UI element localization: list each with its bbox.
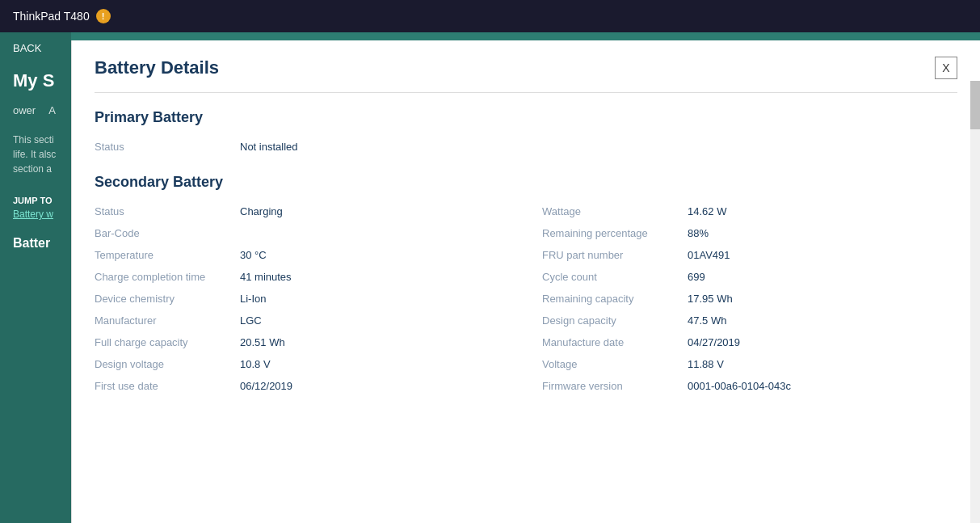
left-value-4: Li-Ion	[240, 293, 267, 305]
battery-link[interactable]: Battery w	[13, 209, 58, 220]
secondary-battery-heading: Secondary Battery	[95, 174, 957, 191]
right-value-1: 88%	[688, 227, 709, 239]
left-detail-row: Manufacturer LGC	[95, 310, 510, 331]
primary-status-row: Status Not installed	[95, 136, 957, 158]
left-label-6: Full charge capacity	[95, 336, 240, 348]
jump-to-label: JUMP TO	[13, 196, 58, 205]
primary-battery-section: Primary Battery Status Not installed	[95, 109, 957, 158]
left-value-7: 10.8 V	[240, 358, 271, 370]
right-detail-row: Design capacity 47.5 Wh	[542, 310, 957, 331]
modal-header: Battery Details X	[72, 40, 980, 92]
left-label-2: Temperature	[95, 249, 240, 261]
right-detail-row: Remaining percentage 88%	[542, 222, 957, 244]
left-detail-row: Full charge capacity 20.51 Wh	[95, 331, 510, 353]
modal-title: Battery Details	[95, 57, 219, 78]
primary-battery-heading: Primary Battery	[95, 109, 957, 126]
primary-status-value: Not installed	[240, 141, 298, 153]
left-detail-row: First use date 06/12/2019	[95, 375, 510, 397]
battery-details-modal: Battery Details X Primary Battery Status…	[71, 40, 980, 523]
left-detail-row: Design voltage 10.8 V	[95, 353, 510, 375]
left-detail-row: Device chemistry Li-Ion	[95, 288, 510, 310]
left-label-7: Design voltage	[95, 358, 240, 370]
right-value-6: 04/27/2019	[688, 336, 740, 348]
right-detail-row: Firmware version 0001-00a6-0104-043c	[542, 375, 957, 397]
left-label-4: Device chemistry	[95, 293, 240, 305]
right-value-7: 11.88 V	[688, 358, 724, 370]
left-detail-col: Status Charging Bar-Code Temperature 30 …	[95, 200, 510, 397]
left-value-0: Charging	[240, 205, 283, 217]
right-detail-row: Cycle count 699	[542, 266, 957, 288]
sidebar-body: This secti life. It alsc section a	[0, 123, 71, 186]
nav-item-power[interactable]: ower	[13, 104, 36, 116]
scrollbar-track[interactable]	[970, 81, 980, 523]
sidebar-section-title: Batter	[0, 230, 71, 257]
back-button[interactable]: BACK	[0, 32, 71, 64]
left-value-5: LGC	[240, 314, 262, 327]
sidebar-nav: ower A	[0, 98, 71, 123]
modal-body: Primary Battery Status Not installed Sec…	[72, 93, 980, 523]
right-label-8: Firmware version	[542, 380, 688, 392]
left-label-3: Charge completion time	[95, 271, 240, 283]
left-label-5: Manufacturer	[95, 314, 240, 327]
left-label-1: Bar-Code	[95, 227, 240, 239]
sidebar-heading: My S	[0, 64, 71, 98]
secondary-battery-details: Status Charging Bar-Code Temperature 30 …	[95, 200, 957, 397]
right-value-4: 17.95 Wh	[688, 293, 733, 305]
right-label-6: Manufacture date	[542, 336, 688, 348]
left-value-3: 41 minutes	[240, 271, 292, 283]
close-button[interactable]: X	[935, 57, 957, 79]
left-detail-row: Status Charging	[95, 200, 510, 222]
sidebar: BACK My S ower A This secti life. It als…	[0, 32, 71, 523]
left-detail-row: Bar-Code	[95, 222, 510, 244]
left-value-6: 20.51 Wh	[240, 336, 285, 348]
warning-icon: !	[96, 9, 111, 23]
right-label-0: Wattage	[542, 205, 688, 217]
right-label-4: Remaining capacity	[542, 293, 688, 305]
right-detail-row: Wattage 14.62 W	[542, 200, 957, 222]
right-detail-row: FRU part number 01AV491	[542, 244, 957, 266]
right-label-5: Design capacity	[542, 314, 688, 327]
right-detail-row: Voltage 11.88 V	[542, 353, 957, 375]
right-value-8: 0001-00a6-0104-043c	[688, 380, 791, 392]
left-value-8: 06/12/2019	[240, 380, 292, 392]
right-value-3: 699	[688, 271, 705, 283]
nav-item-a[interactable]: A	[48, 104, 56, 116]
top-bar: ThinkPad T480 !	[0, 0, 980, 32]
app-title: ThinkPad T480	[13, 10, 90, 23]
right-label-3: Cycle count	[542, 271, 688, 283]
sidebar-jump: JUMP TO Battery w	[0, 186, 71, 230]
right-label-7: Voltage	[542, 358, 688, 370]
left-label-0: Status	[95, 205, 240, 217]
scrollbar-thumb[interactable]	[970, 81, 980, 129]
right-value-2: 01AV491	[688, 249, 730, 261]
primary-status-label: Status	[95, 141, 240, 153]
secondary-battery-section: Secondary Battery Status Charging Bar-Co…	[95, 174, 957, 397]
right-detail-col: Wattage 14.62 W Remaining percentage 88%…	[542, 200, 957, 397]
right-detail-row: Remaining capacity 17.95 Wh	[542, 288, 957, 310]
left-label-8: First use date	[95, 380, 240, 392]
left-detail-row: Temperature 30 °C	[95, 244, 510, 266]
right-value-0: 14.62 W	[688, 205, 726, 217]
right-detail-row: Manufacture date 04/27/2019	[542, 331, 957, 353]
left-detail-row: Charge completion time 41 minutes	[95, 266, 510, 288]
right-value-5: 47.5 Wh	[688, 314, 726, 327]
left-value-2: 30 °C	[240, 249, 267, 261]
right-label-1: Remaining percentage	[542, 227, 688, 239]
right-label-2: FRU part number	[542, 249, 688, 261]
